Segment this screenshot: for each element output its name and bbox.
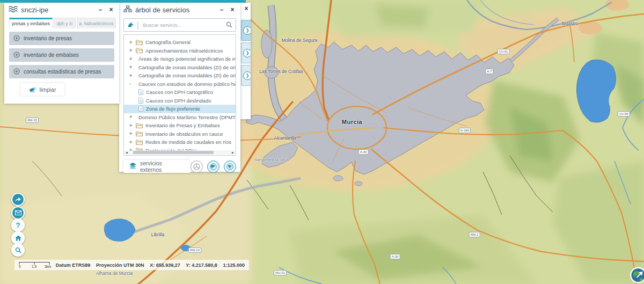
panel-hidden-actions: × ❯ ❯ ❯ (240, 3, 251, 119)
pdf-icon[interactable] (191, 161, 203, 173)
tree-item[interactable]: + Cartografía de zonas inundables (ZI) d… (124, 63, 236, 72)
scale-tick: 3km (45, 265, 51, 268)
action-row[interactable]: ❯ (241, 20, 251, 41)
zoom-icon (15, 247, 21, 253)
service-swirl-icon (127, 20, 134, 30)
close-button[interactable]: × (107, 6, 115, 13)
circle-plus-icon (13, 68, 20, 76)
accordion-inventario-embalses[interactable]: inventario de embalses (9, 48, 114, 62)
search-input[interactable] (142, 21, 223, 28)
tree-item[interactable]: + Áreas de riesgo potencial significativ… (124, 55, 236, 63)
tree-item-selected[interactable]: Zona de flujo preferente (124, 105, 236, 113)
document-icon (138, 98, 143, 104)
tree-item-label: Cartografía de zonas inundables (ZI) de … (138, 72, 236, 78)
tab-presas-y-embalses[interactable]: presas y embalses (9, 18, 53, 28)
road-shield: CV-91 (497, 49, 510, 54)
scroll-right-arrow[interactable]: ▶ (231, 151, 235, 154)
folder-icon (136, 123, 143, 128)
road-shield: A-7 (485, 69, 493, 74)
tree-item[interactable]: + Inventario de Presas y Embalses (124, 121, 236, 130)
expander[interactable]: + (129, 48, 133, 53)
question-icon: ? (16, 221, 20, 229)
minimize-button[interactable]: – (218, 6, 225, 13)
help-button[interactable]: ? (11, 219, 25, 232)
tree-item-label: Dominio Público Marítimo Terrestre (DPMT… (138, 114, 236, 120)
town-label-murcia: Murcia (342, 119, 362, 125)
external-services-button[interactable]: servicios externos (123, 160, 191, 173)
tree-item-label: Áreas de riesgo potencial significativo … (138, 56, 236, 62)
tree-item[interactable]: Cauces con DPH deslindado (124, 97, 236, 105)
home-icon (15, 235, 21, 241)
expander[interactable]: + (129, 40, 133, 45)
share-button[interactable] (11, 193, 25, 206)
expander[interactable]: + (129, 73, 133, 78)
expander[interactable]: - (129, 81, 133, 86)
share-icon (14, 196, 21, 202)
document-icon (138, 89, 143, 95)
road-shield: A-30 (358, 149, 369, 155)
town-label: Alcantarilla (274, 135, 296, 141)
search-icon[interactable] (226, 20, 232, 30)
divider: | (137, 20, 139, 30)
road-shield: RM-15 (26, 118, 39, 123)
scale-bar: 0 1.5 3km (19, 261, 50, 270)
horizontal-scrollbar[interactable]: ◀ ▶ (125, 150, 235, 155)
folder-icon (136, 140, 143, 145)
tree-item[interactable]: + Cartografía de zonas inundables (ZI) d… (124, 71, 236, 80)
chevron-circle-icon: ❯ (243, 26, 251, 35)
road-shield: CV-95 (618, 111, 630, 116)
tree-item[interactable]: + Aprovechamientos Hidroeléctricos (124, 47, 236, 55)
close-button[interactable]: × (229, 6, 236, 13)
tree-item[interactable]: + Cartografía General (124, 38, 236, 47)
accordion-label: inventario de presas (24, 35, 72, 41)
datum-label: Datum ETRS89 (56, 263, 91, 268)
clear-button[interactable]: limpiar (20, 83, 64, 96)
tree-item[interactable]: + Redes de medida de caudales en ríos (124, 138, 236, 147)
tree-item[interactable]: - Cauces con estudios de dominio público… (124, 80, 236, 89)
scale-tick: 0 (19, 265, 21, 268)
action-row[interactable]: ❯ (241, 65, 251, 86)
tree-item[interactable]: Cauces con DPH cartográfico (124, 88, 236, 97)
tree-item-label: Inventario de Presas y Embalses (145, 122, 220, 128)
action-row[interactable]: ❯ (241, 42, 251, 63)
tree-item-label: Inventario de obstáculos en cauce (145, 131, 223, 137)
tree-item-label: Aprovechamientos Hidroeléctricos (145, 48, 223, 54)
zoom-button[interactable] (11, 243, 25, 257)
tree-item[interactable]: + Inventario de obstáculos en cauce (124, 130, 236, 139)
globe-overview-button[interactable] (628, 266, 644, 284)
town-label: Sangonera la Seca (254, 157, 289, 162)
accordion-inventario-presas[interactable]: inventario de presas (9, 32, 114, 45)
eraser-icon (29, 86, 36, 93)
road-shield: RM-23 (188, 247, 201, 253)
expander[interactable]: + (129, 114, 133, 120)
snczi-tabs: presas y embalses dph y zi a. hidroeléct… (9, 18, 116, 28)
accordion-consultas-estadisticas[interactable]: consultas estadísticas de presas (9, 65, 114, 78)
town-label: Alhama de Murcia (96, 271, 133, 276)
expander[interactable]: + (129, 56, 133, 62)
globe-export-icon[interactable] (224, 161, 236, 173)
road-shield: N-340 (459, 128, 471, 133)
circle-plus-icon (13, 35, 20, 42)
tree-item-label: Redes de medida de caudales en ríos (145, 139, 231, 145)
tab-dph-y-zi[interactable]: dph y zi (54, 18, 76, 28)
sitemap-icon (123, 5, 132, 14)
expander[interactable]: + (129, 140, 133, 145)
tree-item[interactable]: + Dominio Público Marítimo Terrestre (DP… (124, 113, 236, 122)
minimize-button[interactable]: – (97, 6, 104, 13)
projection-label: Proyección UTM 30N (96, 263, 144, 268)
expander[interactable]: + (129, 131, 133, 136)
email-button[interactable] (11, 206, 25, 220)
tab-a-hidroelectricos[interactable]: a. hidroeléctricos (77, 18, 116, 28)
expander[interactable]: + (129, 123, 133, 128)
accordion-label: inventario de embalses (24, 52, 79, 58)
town-label: Las Torres de Cotillas (259, 69, 303, 74)
scroll-left-arrow[interactable]: ◀ (125, 151, 129, 154)
close-button[interactable]: × (243, 5, 250, 12)
town-label: Librilla (151, 232, 165, 237)
external-services-label: servicios externos (140, 160, 185, 173)
scrollbar-thumb[interactable] (133, 151, 214, 154)
globe-icon[interactable] (207, 161, 219, 173)
coord-y: Y: 4.217.580,8 (186, 263, 217, 268)
tree-item-label: Zona de flujo preferente (146, 106, 200, 112)
expander[interactable]: + (129, 64, 133, 70)
